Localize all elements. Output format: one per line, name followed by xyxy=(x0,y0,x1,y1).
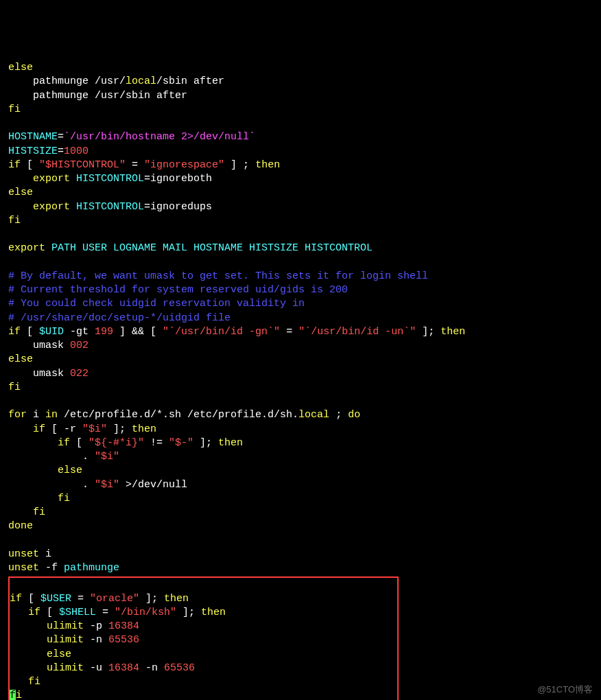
kw-fi-rest: i xyxy=(16,690,22,700)
kw-if: if xyxy=(8,159,21,171)
str: "oracle" xyxy=(90,593,139,605)
kw-else: else xyxy=(8,62,33,73)
txt: umask xyxy=(8,368,70,380)
txt: -p xyxy=(84,620,108,632)
num: 1000 xyxy=(64,145,89,157)
str: "$i" xyxy=(95,451,119,463)
highlight-box: if [ $USER = "oracle" ]; then if [ $SHEL… xyxy=(8,576,399,700)
kw-ulimit: ulimit xyxy=(10,634,84,646)
txt: -n xyxy=(84,634,108,646)
kw-fi: fi xyxy=(8,506,45,518)
num: 002 xyxy=(70,340,89,351)
kw-if: if xyxy=(8,437,70,449)
txt: ] && [ xyxy=(113,326,163,338)
kw-if: if xyxy=(8,326,21,338)
kw-do: do xyxy=(348,409,360,421)
kw-then: then xyxy=(440,326,465,338)
str: "${-#*i}" xyxy=(89,437,144,449)
kw-done: done xyxy=(8,520,33,532)
kw-then: then xyxy=(164,593,189,605)
var: HOSTNAME xyxy=(8,131,58,143)
txt: /sbin after xyxy=(156,75,224,87)
num: 16384 xyxy=(108,662,139,674)
kw-export: export xyxy=(8,242,45,254)
kw-else: else xyxy=(8,353,33,365)
txt: pathmunge /usr/ xyxy=(8,75,126,87)
str: "/bin/ksh" xyxy=(115,607,176,618)
var: i xyxy=(39,548,51,560)
txt: ]; xyxy=(193,437,218,449)
str: "`/usr/bin/id -un`" xyxy=(298,326,416,338)
var: HISTSIZE xyxy=(8,145,58,157)
txt: >/dev/null xyxy=(119,479,187,491)
kw-then: then xyxy=(201,607,226,618)
cursor: f xyxy=(10,690,16,700)
str: "$-" xyxy=(169,437,193,449)
comment: # /usr/share/doc/setup-*/uidgid file xyxy=(8,312,231,324)
op: = xyxy=(58,145,64,157)
num: 65536 xyxy=(108,634,139,646)
num: 199 xyxy=(95,326,113,338)
txt: [ xyxy=(21,326,39,338)
kw-else: else xyxy=(8,465,82,476)
str: "`/usr/bin/id -gn`" xyxy=(163,326,280,338)
txt: umask xyxy=(8,340,70,351)
var: HISTCONTROL xyxy=(70,201,144,213)
watermark: @51CTO博客 xyxy=(537,684,593,696)
txt: ]; xyxy=(139,593,164,605)
txt: ]; xyxy=(176,607,201,618)
var: $SHELL xyxy=(59,607,96,618)
txt: pathmunge /usr/sbin after xyxy=(8,90,187,102)
kw-ulimit: ulimit xyxy=(10,620,84,632)
var: $USER xyxy=(40,593,71,605)
kw-then: then xyxy=(132,423,156,435)
op: != xyxy=(144,437,169,449)
kw-for: for xyxy=(8,409,27,421)
kw-unset: unset xyxy=(8,548,39,560)
comment: # You could check uidgid reservation val… xyxy=(8,298,305,310)
num: 022 xyxy=(70,368,89,380)
txt: =ignoredups xyxy=(144,201,212,213)
kw-then: then xyxy=(218,437,243,449)
var-list: PATH USER LOGNAME MAIL HOSTNAME HISTSIZE… xyxy=(45,242,373,254)
kw-if: if xyxy=(8,423,45,435)
kw-else: else xyxy=(8,187,33,198)
kw-in: in xyxy=(45,409,58,421)
str: "$i" xyxy=(95,479,119,491)
kw-ulimit: ulimit xyxy=(10,662,84,674)
txt: -n xyxy=(139,662,164,674)
kw-export: export xyxy=(8,201,70,213)
kw-if: if xyxy=(10,607,40,618)
comment: # By default, we want umask to get set. … xyxy=(8,270,428,282)
kw-fi: fi xyxy=(10,676,40,688)
kw-local: local xyxy=(126,75,156,87)
var: i xyxy=(27,409,45,421)
var: HISTCONTROL xyxy=(70,173,144,185)
num: 2 xyxy=(181,131,187,143)
kw-fi: fi xyxy=(8,215,21,226)
txt: [ xyxy=(70,437,89,449)
str: "$HISTCONTROL" xyxy=(39,159,126,171)
txt: [ xyxy=(21,159,39,171)
str: `/usr/bin/hostname xyxy=(64,131,181,143)
txt: -f xyxy=(39,562,64,574)
txt: [ -r xyxy=(45,423,82,435)
txt: [ xyxy=(40,607,59,618)
op: = xyxy=(71,593,90,605)
num: 16384 xyxy=(108,620,139,632)
kw-local: local xyxy=(298,409,329,421)
txt: -u xyxy=(84,662,108,674)
txt: ]; xyxy=(416,326,440,338)
str: "ignorespace" xyxy=(144,159,224,171)
kw-fi: fi xyxy=(8,493,70,504)
str: >/dev/null` xyxy=(187,131,255,143)
txt: =ignoreboth xyxy=(144,173,212,185)
txt: . xyxy=(8,479,95,491)
txt: /etc/profile.d/*.sh /etc/profile.d/sh. xyxy=(58,409,298,421)
op: = xyxy=(58,131,64,143)
var: $UID xyxy=(39,326,64,338)
kw-else: else xyxy=(10,649,71,660)
kw-fi: fi xyxy=(8,104,21,115)
str: "$i" xyxy=(82,423,107,435)
txt: . xyxy=(8,451,95,463)
